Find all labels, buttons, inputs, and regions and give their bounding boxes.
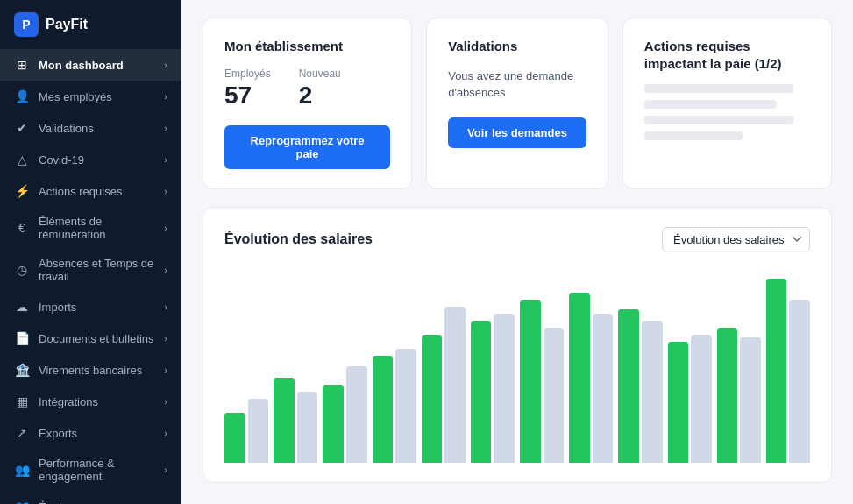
stats-row: Employés 57 Nouveau 2: [224, 67, 390, 110]
exports-icon: ↗: [14, 425, 30, 441]
sidebar-item-absences[interactable]: ◷Absences et Temps de travail›: [0, 249, 181, 291]
bar-green-3: [373, 356, 394, 462]
sidebar-item-validations[interactable]: ✔Validations›: [0, 112, 181, 144]
card-actions: Actions requises impactant la paie (1/2): [622, 18, 832, 189]
sidebar-label-imports: Imports: [39, 301, 155, 314]
sidebar-item-equipe[interactable]: 👥Équipe›: [0, 491, 181, 504]
chevron-icon-integrations: ›: [164, 396, 167, 407]
sidebar-item-virements[interactable]: 🏦Virements bancaires›: [0, 354, 181, 386]
sidebar-label-employes: Mes employés: [39, 90, 155, 103]
bar-gray-10: [740, 337, 761, 462]
equipe-icon: 👥: [14, 499, 30, 504]
bar-group-6: [520, 300, 564, 463]
bar-green-6: [520, 300, 541, 463]
stat-employes-label: Employés: [224, 67, 271, 80]
card-etablissement-title: Mon établissement: [224, 38, 390, 55]
bar-group-0: [224, 399, 268, 463]
chevron-icon-virements: ›: [164, 365, 167, 375]
sidebar: P PayFit ⊞Mon dashboard›👤Mes employés›✔V…: [0, 0, 181, 504]
sidebar-item-performance[interactable]: 👥Performance & engagement›: [0, 449, 181, 491]
bar-green-7: [569, 293, 590, 463]
chevron-icon-remuneration: ›: [164, 223, 167, 233]
employes-icon: 👤: [14, 89, 30, 104]
chevron-icon-covid: ›: [164, 154, 167, 165]
sidebar-label-virements: Virements bancaires: [39, 364, 155, 377]
stat-nouveau-label: Nouveau: [299, 67, 341, 80]
logo-icon: P: [14, 12, 39, 37]
absences-icon: ◷: [14, 262, 30, 278]
bar-gray-7: [593, 314, 614, 463]
chevron-icon-absences: ›: [164, 265, 167, 275]
sidebar-label-absences: Absences et Temps de travail: [39, 257, 155, 283]
logo[interactable]: P PayFit: [0, 0, 181, 49]
bar-group-1: [274, 378, 317, 463]
sidebar-label-performance: Performance & engagement: [39, 457, 155, 483]
bar-group-2: [323, 366, 366, 463]
chevron-icon-performance: ›: [164, 465, 167, 475]
bar-green-8: [618, 309, 639, 462]
bar-chart: [224, 270, 810, 463]
integrations-icon: ▦: [14, 394, 30, 409]
sidebar-label-validations: Validations: [39, 122, 155, 135]
sidebar-item-remuneration[interactable]: €Éléments de rémunération›: [0, 207, 181, 249]
card-validations: Validations Vous avez une demande d'abse…: [426, 18, 608, 189]
bar-gray-3: [395, 349, 416, 462]
chevron-icon-employes: ›: [164, 91, 167, 102]
bar-green-11: [766, 279, 787, 463]
card-actions-title: Actions requises impactant la paie (1/2): [644, 38, 810, 72]
stat-employes: Employés 57: [224, 67, 271, 110]
sidebar-label-exports: Exports: [39, 427, 155, 440]
remuneration-icon: €: [14, 220, 30, 236]
bar-group-11: [766, 279, 810, 463]
chart-title: Évolution des salaires: [224, 231, 373, 247]
chevron-icon-actions: ›: [164, 186, 167, 196]
chevron-icon-validations: ›: [164, 123, 167, 133]
voir-demandes-button[interactable]: Voir les demandes: [448, 117, 586, 148]
sidebar-item-actions[interactable]: ⚡Actions requises›: [0, 175, 181, 207]
stat-nouveau-value: 2: [299, 82, 341, 110]
main-content: Mon établissement Employés 57 Nouveau 2 …: [181, 0, 853, 504]
chart-section: Évolution des salaires Évolution des sal…: [203, 207, 832, 483]
documents-icon: 📄: [14, 330, 30, 346]
bar-group-10: [717, 328, 761, 462]
sidebar-item-covid[interactable]: △Covid-19›: [0, 144, 181, 175]
bar-gray-6: [544, 328, 565, 462]
bar-green-9: [668, 342, 689, 462]
sidebar-label-dashboard: Mon dashboard: [39, 59, 155, 72]
performance-icon: 👥: [14, 462, 30, 478]
sidebar-item-dashboard[interactable]: ⊞Mon dashboard›: [0, 49, 181, 81]
sidebar-item-integrations[interactable]: ▦Intégrations›: [0, 386, 181, 417]
sidebar-label-equipe: Équipe: [39, 500, 155, 505]
skeleton-line-4: [644, 131, 744, 140]
bar-group-8: [618, 309, 662, 462]
chart-header: Évolution des salaires Évolution des sal…: [224, 227, 810, 252]
logo-text: PayFit: [46, 17, 88, 32]
virements-icon: 🏦: [14, 362, 30, 378]
sidebar-item-documents[interactable]: 📄Documents et bulletins›: [0, 323, 181, 354]
bar-gray-8: [642, 321, 663, 463]
bar-green-1: [274, 378, 295, 463]
skeleton-line-3: [644, 116, 793, 124]
chart-select[interactable]: Évolution des salaires: [662, 227, 810, 252]
sidebar-label-actions: Actions requises: [39, 185, 155, 198]
bar-group-5: [471, 314, 515, 463]
covid-icon: △: [14, 152, 30, 167]
card-etablissement: Mon établissement Employés 57 Nouveau 2 …: [203, 18, 412, 189]
skeleton-line-2: [644, 100, 777, 109]
sidebar-item-employes[interactable]: 👤Mes employés›: [0, 81, 181, 112]
bar-green-0: [224, 413, 245, 463]
bar-gray-1: [297, 392, 318, 463]
bar-gray-2: [346, 366, 367, 463]
bar-gray-11: [789, 300, 810, 463]
bar-gray-0: [248, 399, 269, 463]
sidebar-item-imports[interactable]: ☁Imports›: [0, 291, 181, 323]
chevron-icon-imports: ›: [164, 302, 167, 312]
bar-gray-4: [444, 307, 466, 463]
bar-green-2: [323, 385, 344, 463]
reprogrammer-button[interactable]: Reprogrammez votre paie: [224, 125, 390, 169]
bar-green-4: [422, 335, 443, 462]
validation-description: Vous avez une demande d'absences: [448, 67, 586, 102]
chevron-icon-documents: ›: [164, 333, 167, 344]
sidebar-item-exports[interactable]: ↗Exports›: [0, 417, 181, 449]
bar-green-5: [471, 321, 492, 463]
